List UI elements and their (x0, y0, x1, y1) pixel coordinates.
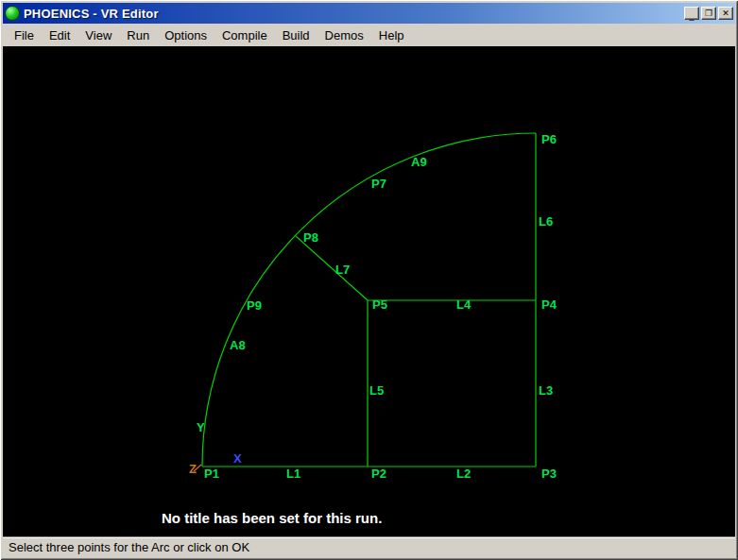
menu-options[interactable]: Options (157, 26, 215, 44)
menu-file[interactable]: File (7, 26, 42, 44)
menu-run[interactable]: Run (119, 26, 157, 44)
label-X: X (233, 451, 242, 466)
status-bar: Select three points for the Arc or click… (3, 536, 735, 557)
maximize-button[interactable]: ❐ (701, 7, 716, 20)
label-P1: P1 (204, 467, 219, 481)
vr-editor-canvas[interactable]: P6A9P7P8L7P9A8L6P5L4P4L5L3P1L1P2L2P3YXZ … (3, 46, 735, 536)
label-P7: P7 (371, 177, 386, 191)
label-P2: P2 (371, 467, 386, 481)
run-title-note: No title has been set for this run. (162, 510, 382, 526)
label-P3: P3 (541, 467, 557, 481)
app-window: PHOENICS - VR Editor _ ❐ ✕ File Edit Vie… (0, 0, 738, 560)
menu-bar: File Edit View Run Options Compile Build… (3, 24, 735, 46)
label-Z: Z (189, 462, 197, 476)
label-L2: L2 (456, 467, 471, 481)
label-P9: P9 (247, 298, 262, 313)
label-P6: P6 (541, 132, 557, 146)
label-L1: L1 (286, 467, 300, 481)
label-L4: L4 (456, 297, 472, 312)
window-controls: _ ❐ ✕ (684, 7, 733, 20)
maximize-icon: ❐ (705, 9, 712, 18)
menu-demos[interactable]: Demos (318, 26, 371, 44)
label-P5: P5 (372, 297, 387, 312)
label-A9: A9 (411, 155, 427, 169)
label-A8: A8 (230, 338, 246, 352)
geometry-svg: P6A9P7P8L7P9A8L6P5L4P4L5L3P1L1P2L2P3YXZ (3, 46, 735, 536)
label-Y: Y (197, 420, 205, 434)
label-L3: L3 (539, 383, 553, 398)
label-L6: L6 (539, 214, 553, 229)
menu-edit[interactable]: Edit (42, 26, 77, 44)
minimize-icon: _ (689, 12, 694, 21)
window-title: PHOENICS - VR Editor (24, 7, 684, 21)
label-L7: L7 (335, 263, 350, 277)
title-bar[interactable]: PHOENICS - VR Editor _ ❐ ✕ (3, 3, 735, 24)
menu-build[interactable]: Build (275, 26, 318, 44)
menu-compile[interactable]: Compile (215, 26, 275, 44)
close-icon: ✕ (722, 9, 729, 18)
menu-help[interactable]: Help (371, 26, 412, 44)
app-icon[interactable] (5, 6, 20, 21)
status-text: Select three points for the Arc or click… (9, 540, 249, 554)
label-P4: P4 (541, 297, 558, 312)
label-P8: P8 (303, 230, 318, 245)
segment-L7 (296, 236, 368, 300)
menu-view[interactable]: View (77, 26, 119, 44)
close-button[interactable]: ✕ (718, 7, 733, 20)
label-L5: L5 (369, 383, 384, 398)
minimize-button[interactable]: _ (684, 7, 699, 20)
